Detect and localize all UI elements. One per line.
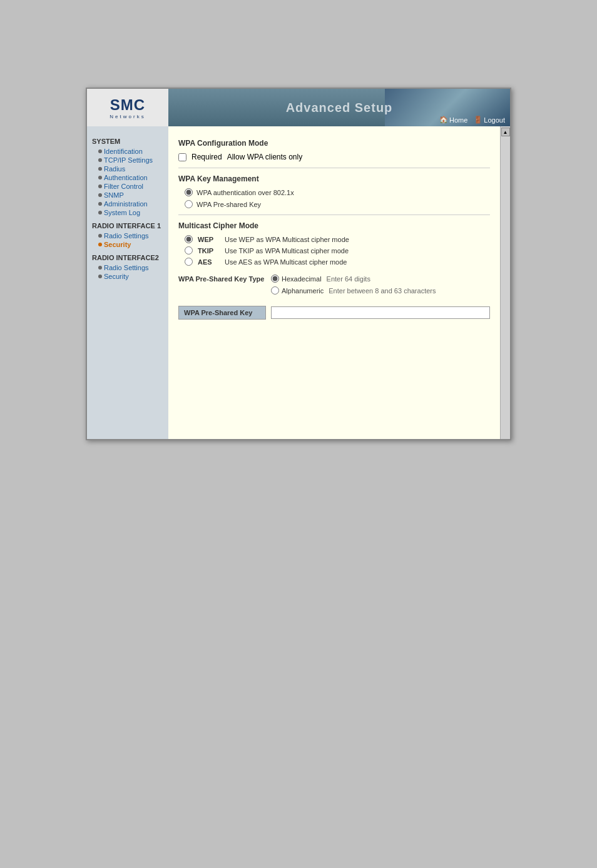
key-type-alpha-radio[interactable] [271,286,279,295]
scrollbar[interactable]: ▲ [500,126,510,439]
bullet-icon [98,158,102,162]
sidebar-item-administration[interactable]: Administration [92,199,163,208]
radio-802-row: WPA authentication over 802.1x [185,188,490,196]
psk-field-input[interactable] [271,306,490,319]
logout-icon: 🚪 [474,116,482,124]
logout-link[interactable]: 🚪 Logout [474,116,505,124]
key-type-alpha-row: Alphanumeric Enter between 8 and 63 char… [178,286,490,295]
cipher-tkip-label: TKIP [198,247,220,255]
radio-802-input[interactable] [185,188,193,196]
logo-area: SMC Networks [87,89,168,126]
key-mgmt-group: WPA authentication over 802.1x WPA Pre-s… [185,188,490,208]
header-nav: 🏠 Home 🚪 Logout [439,116,505,124]
bullet-icon [98,176,102,179]
home-icon: 🏠 [439,116,448,124]
alpha-label: Alphanumeric [282,287,324,295]
required-label: Required [191,153,222,161]
sidebar-item-radio2-settings[interactable]: Radio Settings [92,263,163,272]
radio-psk-label: WPA Pre-shared Key [196,201,261,208]
multicast-title: Multicast Cipher Mode [178,221,490,230]
bullet-icon [98,167,102,171]
hex-label: Hexadecimal [282,275,322,283]
sidebar-item-authentication[interactable]: Authentication [92,173,163,182]
bullet-icon [98,211,102,214]
psk-field-row: WPA Pre-Shared Key [178,306,490,320]
bullet-icon [98,234,102,238]
bullet-icon [98,243,102,246]
header-title-area: Advanced Setup 🏠 Home 🚪 Logout [168,89,510,126]
page-title: Advanced Setup [286,101,393,115]
radio2-section-title: RADIO INTERFACE2 [92,254,163,261]
radio-psk-row: WPA Pre-shared Key [185,200,490,208]
cipher-aes-radio[interactable] [185,258,193,266]
cipher-tkip-radio[interactable] [185,246,193,255]
bullet-icon [98,275,102,278]
cipher-aes-label: AES [198,258,220,266]
sidebar-item-radio1-security[interactable]: Security [92,240,163,249]
required-row: Required Allow WPA clients only [178,153,490,161]
home-link[interactable]: 🏠 Home [439,116,467,124]
bullet-icon [98,193,102,197]
divider-2 [178,214,490,215]
content-wrapper: SYSTEM Identification TCP/IP Settings Ra… [87,126,510,439]
required-desc: Allow WPA clients only [227,153,303,161]
bullet-icon [98,266,102,270]
cipher-wep-row: WEP Use WEP as WPA Multicast cipher mode [185,235,490,243]
required-checkbox[interactable] [178,153,186,161]
system-section-title: SYSTEM [92,138,163,145]
key-type-alpha-option: Alphanumeric Enter between 8 and 63 char… [271,286,436,295]
alpha-desc: Enter between 8 and 63 characters [329,287,436,295]
key-type-label: WPA Pre-Shared Key Type [178,275,266,283]
cipher-wep-label: WEP [198,236,220,243]
sidebar-item-snmp[interactable]: SNMP [92,191,163,199]
bullet-icon [98,149,102,153]
cipher-table: WEP Use WEP as WPA Multicast cipher mode… [185,235,490,266]
bullet-icon [98,184,102,188]
cipher-aes-desc: Use AES as WPA Multicast cipher mode [225,258,347,266]
sidebar-item-filter-control[interactable]: Filter Control [92,182,163,191]
sidebar-item-radius[interactable]: Radius [92,164,163,173]
key-type-section: WPA Pre-Shared Key Type Hexadecimal Ente… [178,275,490,295]
cipher-wep-desc: Use WEP as WPA Multicast cipher mode [225,236,349,243]
logo-sub: Networks [110,114,145,119]
page-header: SMC Networks Advanced Setup 🏠 Home 🚪 Log… [87,89,510,126]
hex-desc: Enter 64 digits [327,275,370,283]
psk-field-label: WPA Pre-Shared Key [178,306,266,320]
key-type-hex-radio[interactable] [271,275,279,283]
sidebar-item-radio2-security[interactable]: Security [92,272,163,281]
sidebar-item-tcpip[interactable]: TCP/IP Settings [92,156,163,164]
main-content: WPA Configuration Mode Required Allow WP… [168,126,500,439]
radio-psk-input[interactable] [185,200,193,208]
sidebar-item-radio1-settings[interactable]: Radio Settings [92,231,163,240]
wpa-config-title: WPA Configuration Mode [178,139,490,148]
cipher-wep-radio[interactable] [185,235,193,243]
wpa-key-mgmt-title: WPA Key Management [178,174,490,183]
cipher-tkip-row: TKIP Use TKIP as WPA Multicast cipher mo… [185,246,490,255]
key-type-hex-option: Hexadecimal Enter 64 digits [271,275,370,283]
logo-text: SMC [110,96,145,114]
bullet-icon [98,202,102,206]
radio1-section-title: RADIO INTERFACE 1 [92,222,163,230]
scroll-up-button[interactable]: ▲ [501,128,510,136]
divider-1 [178,168,490,168]
sidebar-item-system-log[interactable]: System Log [92,208,163,217]
sidebar: SYSTEM Identification TCP/IP Settings Ra… [87,126,168,439]
sidebar-item-identification[interactable]: Identification [92,147,163,156]
radio-802-label: WPA authentication over 802.1x [196,189,294,196]
cipher-aes-row: AES Use AES as WPA Multicast cipher mode [185,258,490,266]
cipher-tkip-desc: Use TKIP as WPA Multicast cipher mode [225,247,349,255]
key-type-hex-row: WPA Pre-Shared Key Type Hexadecimal Ente… [178,275,490,283]
